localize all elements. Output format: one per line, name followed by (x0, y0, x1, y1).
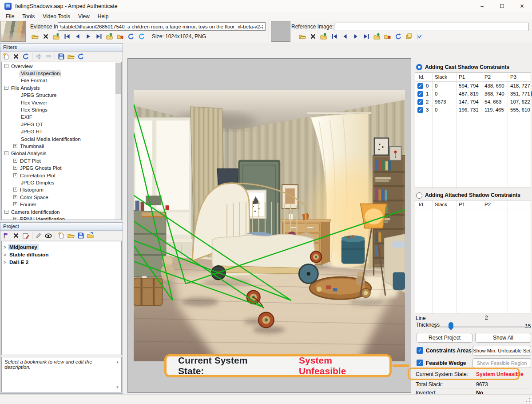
filters-item-jpeg-ht[interactable]: JPEG HT (2, 128, 121, 135)
project-eye-button[interactable] (44, 231, 53, 240)
project-page-new-button[interactable] (56, 231, 66, 240)
evidence-folder-del-button[interactable] (115, 32, 125, 41)
evidence-folder-in-button[interactable] (105, 32, 115, 41)
resize-grip[interactable] (526, 398, 530, 402)
filters-item-file-format[interactable]: File Format (2, 77, 121, 84)
expand-icon[interactable]: + (13, 188, 17, 192)
expand-icon[interactable]: + (13, 144, 17, 148)
expand-icon[interactable]: + (13, 195, 17, 199)
reference-close-x-button[interactable] (308, 32, 318, 41)
row-checkbox[interactable]: ✓ (417, 91, 423, 97)
scroll-up-icon[interactable]: ▲ (115, 360, 120, 364)
evidence-undo-button[interactable] (126, 32, 136, 41)
filters-item-social-media-identification[interactable]: Social Media Identification (2, 135, 121, 142)
filters-close-x-button[interactable] (11, 52, 21, 61)
evidence-nav-last-button[interactable] (94, 32, 104, 41)
constraints-areas-checkbox[interactable]: ✓ (417, 347, 423, 354)
evidence-folder-open-button[interactable] (30, 32, 40, 41)
menu-video-tools[interactable]: Video Tools (39, 13, 74, 20)
close-button[interactable]: ✕ (512, 0, 532, 12)
bookmark-description-box[interactable]: Select a bookmark to view and edit the d… (1, 357, 122, 392)
filters-item-color-space[interactable]: +Color Space (2, 193, 121, 200)
expand-icon[interactable]: + (13, 166, 17, 170)
attached-constraints-table[interactable]: Id.SlackP1P2 (415, 200, 531, 313)
row-checkbox[interactable]: ✓ (417, 83, 423, 89)
reference-path-field[interactable] (334, 23, 528, 31)
chevron-right-icon[interactable]: > (2, 252, 8, 257)
filters-item-visual-inspection[interactable]: Visual Inspection (2, 69, 121, 76)
project-folder-export-button[interactable] (86, 231, 95, 240)
collapse-icon[interactable]: − (4, 64, 8, 68)
filters-item-dct-plot[interactable]: +DCT Plot (2, 157, 121, 164)
reference-folder-in-button[interactable] (319, 32, 329, 41)
filters-save-button[interactable] (56, 52, 66, 61)
project-folder-open-button[interactable] (66, 231, 76, 240)
project-note-edit-button[interactable] (21, 231, 31, 240)
filters-item-fourier[interactable]: +Fourier (2, 200, 121, 208)
project-item-dall-e-2[interactable]: >Dall-E 2 (2, 258, 121, 266)
reference-copy-button[interactable] (404, 32, 414, 41)
filters-item-hex-viewer[interactable]: Hex Viewer (2, 99, 121, 106)
evidence-photo[interactable] (134, 90, 405, 361)
filters-item-histogram[interactable]: +Histogram (2, 186, 121, 193)
expand-icon[interactable]: + (13, 202, 17, 206)
thickness-slider-handle[interactable] (449, 322, 453, 330)
expand-icon[interactable]: + (13, 173, 17, 177)
menu-help[interactable]: Help (94, 13, 113, 20)
filters-item-jpeg-dimples[interactable]: JPEG Dimples (2, 179, 121, 186)
project-item-midjourney[interactable]: >Midjourney (2, 243, 121, 251)
filters-item-correlation-plot[interactable]: +Correlation Plot (2, 172, 121, 179)
project-flag-button[interactable] (1, 231, 11, 240)
filters-item-camera-identification[interactable]: −Camera Identification (2, 208, 121, 215)
reset-project-button[interactable]: Reset Project (417, 333, 472, 343)
project-item-stable-diffusion[interactable]: >Stable diffusion (2, 251, 121, 258)
filters-item-jpeg-ghosts-plot[interactable]: +JPEG Ghosts Plot (2, 164, 121, 171)
evidence-refresh-button[interactable] (137, 32, 147, 41)
filters-item-file-analysis[interactable]: −File Analysis (2, 84, 121, 91)
row-checkbox[interactable]: ✓ (417, 107, 423, 113)
collapse-icon[interactable]: − (4, 210, 8, 214)
filters-item-thumbnail[interactable]: +Thumbnail (2, 142, 121, 149)
evidence-close-x-button[interactable] (41, 32, 51, 41)
show-min-unfeasible-button[interactable]: Show Min. Unfeasible Set (472, 346, 531, 356)
reference-undo-button[interactable] (393, 32, 403, 41)
reference-nav-last-button[interactable] (361, 32, 371, 41)
collapse-icon[interactable]: − (4, 86, 8, 90)
project-pencil-button[interactable] (34, 231, 44, 240)
table-row[interactable]: ✓00594, 794438, 690418, 727 (415, 82, 531, 90)
evidence-nav-prev-button[interactable] (73, 32, 83, 41)
filters-scrollbar-thumb[interactable] (115, 63, 121, 94)
filters-item-hex-strings[interactable]: Hex Strings (2, 106, 121, 113)
evidence-path-field[interactable] (58, 22, 266, 31)
expand-icon[interactable]: + (13, 217, 17, 220)
reference-check-square-button[interactable] (415, 32, 425, 41)
project-close-x-button[interactable] (11, 231, 21, 240)
collapse-icon[interactable]: − (4, 151, 8, 155)
attached-constraints-radio[interactable] (416, 192, 422, 199)
filters-item-overview[interactable]: −Overview (2, 62, 121, 69)
filters-item-exif[interactable]: EXIF (2, 113, 121, 120)
filters-minus-button[interactable] (44, 52, 53, 61)
show-feasible-region-button[interactable]: Show Feasible Region (472, 358, 531, 368)
reference-nav-next-button[interactable] (351, 32, 361, 41)
cast-constraints-table[interactable]: Id.SlackP1P2P3✓00594, 794438, 690418, 72… (415, 72, 531, 188)
cast-constraints-radio[interactable] (416, 64, 422, 70)
image-viewer-canvas[interactable]: Current System State: System Unfeasible (127, 58, 411, 393)
filters-undo-button[interactable] (21, 52, 31, 61)
table-row[interactable]: ✓10487, 819368, 740351, 771 (415, 90, 531, 98)
project-save-button[interactable] (76, 231, 86, 240)
scroll-down-icon[interactable]: ▼ (115, 385, 120, 389)
maximize-button[interactable] (492, 0, 512, 12)
menu-tools[interactable]: Tools (18, 13, 39, 20)
filters-page-new-button[interactable] (1, 52, 11, 61)
filters-scrollbar[interactable] (115, 62, 121, 220)
reference-folder-open-button[interactable] (298, 32, 307, 41)
table-row[interactable]: ✓30196, 731119, 465555, 610 (415, 106, 531, 114)
reference-nav-prev-button[interactable] (340, 32, 350, 41)
chevron-right-icon[interactable]: > (2, 260, 8, 265)
table-row[interactable]: ✓29673147, 79454, 663107, 622 (415, 98, 531, 106)
evidence-nav-next-button[interactable] (83, 32, 93, 41)
evidence-nav-first-button[interactable] (62, 32, 72, 41)
expand-icon[interactable]: + (13, 159, 17, 163)
filters-item-global-analysis[interactable]: −Global Analysis (2, 150, 121, 157)
